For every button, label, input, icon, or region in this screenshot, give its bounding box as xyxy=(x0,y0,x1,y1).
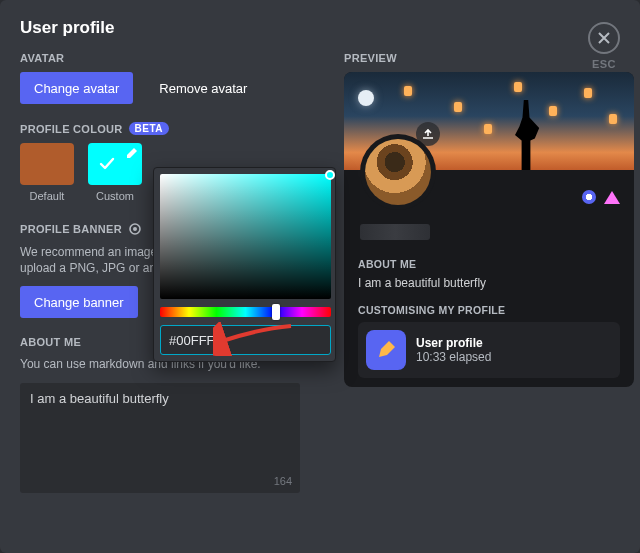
preview-customising-heading: CUSTOMISING MY PROFILE xyxy=(358,304,620,316)
eyedropper-icon xyxy=(124,147,138,161)
default-colour-box xyxy=(20,143,74,185)
close-button[interactable] xyxy=(588,22,620,54)
about-me-remaining: 164 xyxy=(274,475,292,487)
activity-title: User profile xyxy=(416,336,491,350)
change-avatar-button[interactable]: Change avatar xyxy=(20,72,133,104)
lantern-decoration xyxy=(584,88,592,98)
about-me-value: I am a beautiful butterfly xyxy=(30,391,169,406)
pencil-icon xyxy=(375,339,397,361)
preview-section-label: PREVIEW xyxy=(344,52,620,64)
preview-about-text: I am a beautiful butterfly xyxy=(358,276,620,290)
default-colour-label: Default xyxy=(30,190,65,202)
close-esc-label: ESC xyxy=(592,58,616,70)
boost-badge-icon xyxy=(604,191,620,204)
saturation-value-area[interactable] xyxy=(160,174,331,299)
preview-activity: User profile 10:33 elapsed xyxy=(358,322,620,378)
avatar-section-label: AVATAR xyxy=(20,52,320,64)
hue-slider[interactable] xyxy=(160,307,331,317)
profile-banner-label-text: PROFILE BANNER xyxy=(20,223,122,235)
profile-preview-card: ABOUT ME I am a beautiful butterfly CUST… xyxy=(344,72,634,387)
custom-colour-box xyxy=(88,143,142,185)
preview-about-heading: ABOUT ME xyxy=(358,258,620,270)
lantern-decoration xyxy=(609,114,617,124)
custom-colour-swatch[interactable]: Custom xyxy=(88,143,142,202)
profile-colour-section-label: PROFILE COLOUR BETA xyxy=(20,122,320,135)
activity-icon xyxy=(366,330,406,370)
close-icon xyxy=(597,31,611,45)
change-banner-button[interactable]: Change banner xyxy=(20,286,138,318)
svg-point-1 xyxy=(133,227,137,231)
preview-username-placeholder xyxy=(360,224,430,240)
preview-column: PREVIEW xyxy=(344,52,620,493)
default-colour-swatch[interactable]: Default xyxy=(20,143,74,202)
lantern-decoration xyxy=(514,82,522,92)
sv-handle[interactable] xyxy=(325,170,335,180)
hue-handle[interactable] xyxy=(272,304,280,320)
preview-avatar xyxy=(360,134,436,210)
badge-row xyxy=(582,190,620,204)
upload-icon xyxy=(421,127,435,141)
lantern-decoration xyxy=(454,102,462,112)
check-icon xyxy=(98,155,116,173)
hex-input[interactable] xyxy=(160,325,331,355)
profile-colour-label-text: PROFILE COLOUR xyxy=(20,123,123,135)
nitro-icon xyxy=(128,222,142,236)
about-me-input[interactable]: I am a beautiful butterfly 164 xyxy=(20,383,300,493)
close-group: ESC xyxy=(588,22,620,70)
lantern-decoration xyxy=(484,124,492,134)
nitro-badge-icon xyxy=(582,190,596,204)
remove-avatar-button[interactable]: Remove avatar xyxy=(145,72,261,104)
custom-colour-label: Custom xyxy=(96,190,134,202)
colour-picker-popover xyxy=(153,167,336,362)
page-title: User profile xyxy=(20,18,620,38)
avatar-image xyxy=(365,139,431,205)
user-profile-settings: User profile ESC AVATAR Change avatar Re… xyxy=(0,0,640,553)
lantern-decoration xyxy=(404,86,412,96)
beta-badge: BETA xyxy=(129,122,169,135)
moon-decoration xyxy=(358,90,374,106)
activity-elapsed: 10:33 elapsed xyxy=(416,350,491,364)
lantern-decoration xyxy=(549,106,557,116)
